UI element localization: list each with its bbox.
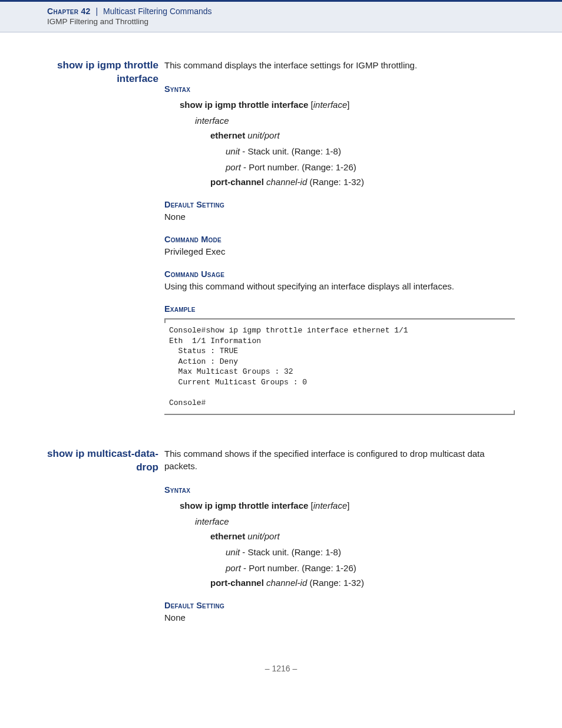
page-content: show ip igmp throttle interface This com…	[0, 32, 562, 697]
spacer	[47, 415, 515, 447]
default-value: None	[164, 612, 515, 622]
chapter-label: Chapter 42	[47, 6, 91, 16]
syntax-line: show ip igmp throttle interface [interfa…	[164, 500, 515, 510]
syntax-heading: Syntax	[164, 84, 515, 94]
ethernet-line: ethernet unit/port	[164, 531, 515, 541]
interface-label: interface	[164, 516, 515, 526]
port-line: port - Port number. (Range: 1-26)	[164, 563, 515, 573]
syntax-param: interface	[313, 100, 348, 110]
default-heading: Default Setting	[164, 200, 515, 209]
subsection-title: IGMP Filtering and Throttling	[47, 17, 562, 26]
usage-value: Using this command without specifying an…	[164, 281, 515, 291]
section-title: Multicast Filtering Commands	[103, 6, 211, 16]
unit-label: unit	[226, 146, 240, 156]
command-entry: show ip multicast-data-drop This command…	[47, 447, 515, 622]
bracket-close: ]	[347, 500, 349, 510]
example-box: Console#show ip igmp throttle interface …	[164, 318, 515, 415]
syntax-command: show ip igmp throttle interface	[180, 100, 308, 110]
command-title: show ip igmp throttle interface	[47, 59, 164, 86]
portchannel-keyword: port-channel	[210, 578, 264, 588]
port-label: port	[226, 162, 241, 172]
page-header: Chapter 42 | Multicast Filtering Command…	[0, 0, 562, 32]
example-text: Console#show ip igmp throttle interface …	[169, 326, 408, 407]
command-description: This command shows if the specified inte…	[164, 447, 515, 472]
unit-label: unit	[226, 547, 240, 557]
portchannel-desc: (Range: 1-32)	[307, 578, 364, 588]
syntax-heading: Syntax	[164, 485, 515, 495]
portchannel-line: port-channel channel-id (Range: 1-32)	[164, 177, 515, 187]
unit-line: unit - Stack unit. (Range: 1-8)	[164, 547, 515, 557]
ethernet-keyword: ethernet	[210, 531, 245, 541]
portchannel-keyword: port-channel	[210, 177, 264, 187]
port-line: port - Port number. (Range: 1-26)	[164, 162, 515, 172]
corner-icon	[164, 319, 169, 323]
port-label: port	[226, 563, 241, 573]
corner-icon	[510, 410, 515, 414]
header-line-1: Chapter 42 | Multicast Filtering Command…	[47, 6, 562, 16]
syntax-line: show ip igmp throttle interface [interfa…	[164, 100, 515, 110]
portchannel-param: channel-id	[266, 177, 307, 187]
portchannel-desc: (Range: 1-32)	[307, 177, 364, 187]
unit-desc: - Stack unit. (Range: 1-8)	[240, 547, 341, 557]
mode-heading: Command Mode	[164, 235, 515, 244]
command-entry: show ip igmp throttle interface This com…	[47, 59, 515, 415]
usage-heading: Command Usage	[164, 269, 515, 279]
port-desc: - Port number. (Range: 1-26)	[241, 563, 356, 573]
mode-value: Privileged Exec	[164, 246, 515, 256]
example-heading: Example	[164, 304, 515, 314]
syntax-command: show ip igmp throttle interface	[180, 500, 308, 510]
ethernet-params: unit/port	[247, 130, 279, 140]
bracket-close: ]	[347, 100, 349, 110]
command-title: show ip multicast-data-drop	[47, 447, 164, 475]
command-body: This command shows if the specified inte…	[164, 447, 515, 622]
default-value: None	[164, 212, 515, 222]
port-desc: - Port number. (Range: 1-26)	[241, 162, 356, 172]
separator: |	[93, 6, 101, 16]
command-description: This command displays the interface sett…	[164, 59, 515, 71]
unit-line: unit - Stack unit. (Range: 1-8)	[164, 146, 515, 156]
ethernet-line: ethernet unit/port	[164, 130, 515, 140]
default-heading: Default Setting	[164, 601, 515, 610]
portchannel-param: channel-id	[266, 578, 307, 588]
page-number: – 1216 –	[47, 664, 515, 673]
command-body: This command displays the interface sett…	[164, 59, 515, 415]
unit-desc: - Stack unit. (Range: 1-8)	[240, 146, 341, 156]
interface-label: interface	[164, 116, 515, 126]
ethernet-params: unit/port	[247, 531, 279, 541]
portchannel-line: port-channel channel-id (Range: 1-32)	[164, 578, 515, 588]
syntax-param: interface	[313, 500, 348, 510]
ethernet-keyword: ethernet	[210, 130, 245, 140]
